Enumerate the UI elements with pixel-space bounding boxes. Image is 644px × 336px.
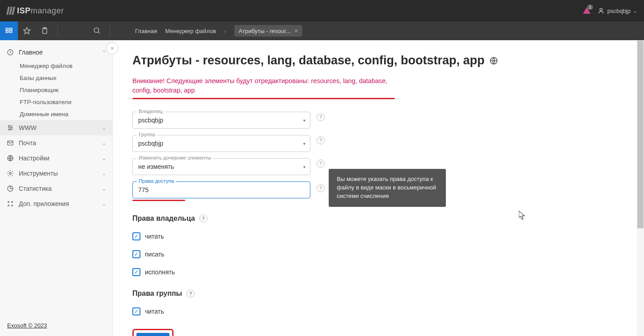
sidebar-group-tools[interactable]: Инструменты ⌄	[0, 166, 112, 181]
svg-point-23	[12, 205, 13, 206]
chevron-down-icon: ⌄	[102, 140, 106, 146]
scrollbar[interactable]	[637, 40, 644, 336]
help-icon[interactable]: ?	[317, 160, 325, 168]
menu-icon[interactable]	[0, 21, 18, 40]
star-icon[interactable]	[18, 21, 36, 40]
collapse-sidebar-button[interactable]: ×	[106, 42, 119, 55]
section-group-rights: Права группы ?	[132, 290, 624, 298]
apps-icon	[6, 200, 14, 208]
sidebar-group-apps[interactable]: Доп. приложения ⌄	[0, 196, 112, 211]
chevron-down-icon: ⌄	[102, 201, 106, 207]
checkbox-icon[interactable]: ✓	[132, 268, 140, 276]
sidebar-group-main[interactable]: Главное ⌃	[0, 45, 112, 60]
separator	[57, 25, 58, 36]
chevron-down-icon: ⌄	[102, 125, 106, 131]
topbar: ISPmanager 1 pscbqbjp ⌄	[0, 0, 644, 21]
sidebar-group-www[interactable]: WWW ⌄	[0, 120, 112, 135]
dashboard-icon	[6, 48, 14, 56]
notification-badge: 1	[587, 4, 593, 10]
chevron-down-icon: ▾	[303, 118, 305, 123]
highlight-underline	[132, 200, 185, 201]
checkbox-owner-exec[interactable]: ✓ исполнять	[132, 268, 624, 276]
breadcrumb-home[interactable]: Главная	[135, 28, 157, 34]
help-icon[interactable]: ?	[317, 136, 325, 144]
checkbox-group-read[interactable]: ✓ читать	[132, 307, 624, 315]
help-icon[interactable]: ?	[317, 113, 325, 121]
group-label: Группа	[137, 132, 157, 137]
children-label: Изменить дочерние элементы	[137, 155, 213, 160]
checkbox-owner-read[interactable]: ✓ читать	[132, 232, 624, 240]
sliders-icon	[6, 124, 14, 132]
sidebar-group-stats[interactable]: Статистика ⌄	[0, 181, 112, 196]
chart-icon	[6, 185, 14, 193]
sidebar-item-databases[interactable]: Базы данных	[0, 72, 112, 84]
clipboard-icon[interactable]	[36, 21, 54, 40]
svg-point-7	[94, 28, 99, 33]
breadcrumb: Главная Менеджер файлов › Атрибуты - res…	[135, 25, 302, 37]
user-name: pscbqbjp	[607, 8, 631, 14]
tab-current[interactable]: Атрибуты - resour... ×	[234, 25, 303, 37]
sidebar-item-domains[interactable]: Доменные имена	[0, 108, 112, 120]
globe-icon	[6, 154, 14, 162]
search-icon[interactable]	[88, 21, 106, 40]
sidebar-group-settings[interactable]: Настройки ⌄	[0, 151, 112, 166]
breadcrumb-fm[interactable]: Менеджер файлов	[165, 28, 216, 34]
chevron-down-icon: ⌄	[102, 171, 106, 176]
close-icon[interactable]: ×	[294, 27, 298, 34]
svg-point-13	[8, 126, 10, 127]
scrollbar-thumb[interactable]	[637, 41, 644, 228]
help-icon[interactable]: ?	[317, 184, 325, 192]
logo-text: ISPmanager	[17, 6, 64, 16]
svg-point-20	[8, 202, 9, 203]
owner-field[interactable]: Владелец pscbqbjp▾	[132, 112, 311, 129]
tooltip: Вы можете указать права доступа к файлу …	[329, 169, 446, 207]
user-icon	[597, 7, 605, 14]
logo-stripes-icon	[7, 7, 14, 15]
owner-label: Владелец	[137, 109, 164, 114]
chevron-down-icon: ⌄	[102, 186, 106, 192]
chevron-down-icon: ▾	[303, 164, 305, 169]
permissions-label: Права доступа	[137, 178, 176, 184]
svg-point-15	[9, 129, 10, 130]
sidebar-item-scheduler[interactable]: Планировщик	[0, 84, 112, 96]
svg-point-22	[8, 205, 9, 206]
svg-point-0	[600, 8, 602, 11]
permissions-field[interactable]: Права доступа 775	[132, 181, 311, 201]
tab-label: Атрибуты - resour...	[239, 28, 291, 34]
chevron-right-icon: ›	[224, 28, 226, 34]
svg-point-14	[11, 127, 12, 129]
warning-text: Внимание! Следующие элементы будут отред…	[132, 76, 392, 95]
checkbox-icon[interactable]: ✓	[132, 307, 140, 315]
ok-button[interactable]: Ok	[136, 333, 169, 336]
user-menu[interactable]: pscbqbjp ⌄	[597, 7, 637, 14]
chevron-down-icon: ▾	[303, 141, 305, 146]
svg-line-8	[98, 32, 100, 34]
checkbox-icon[interactable]: ✓	[132, 232, 140, 240]
group-field[interactable]: Группа pscbqbjp▾	[132, 135, 311, 152]
mail-icon	[6, 139, 14, 147]
globe-icon	[489, 56, 498, 65]
highlight-underline	[132, 98, 395, 99]
footer-link[interactable]: Exosoft © 2023	[7, 322, 47, 329]
svg-rect-4	[10, 31, 12, 33]
chevron-down-icon: ⌄	[633, 8, 637, 13]
checkbox-icon[interactable]: ✓	[132, 250, 140, 258]
chevron-up-icon: ⌃	[102, 50, 106, 55]
sidebar-item-filemanager[interactable]: Менеджер файлов	[0, 60, 112, 72]
ok-highlight: Ok	[132, 329, 174, 336]
checkbox-owner-write[interactable]: ✓ писать	[132, 250, 624, 258]
footer: Exosoft © 2023	[0, 318, 112, 336]
children-field[interactable]: Изменить дочерние элементы не изменять▾	[132, 158, 311, 175]
page-title: Атрибуты - resources, lang, database, co…	[132, 54, 624, 67]
chevron-down-icon: ⌄	[102, 155, 106, 161]
svg-point-21	[12, 202, 13, 203]
sidebar-group-mail[interactable]: Почта ⌄	[0, 135, 112, 151]
help-icon[interactable]: ?	[199, 214, 208, 223]
sidebar: × Главное ⌃ Менеджер файлов Базы данных …	[0, 40, 113, 336]
help-icon[interactable]: ?	[186, 290, 195, 298]
logo[interactable]: ISPmanager	[7, 6, 64, 16]
tabbar: Главная Менеджер файлов › Атрибуты - res…	[0, 21, 644, 40]
notifications-icon[interactable]: 1	[582, 6, 591, 15]
sidebar-item-ftp[interactable]: FTP-пользователи	[0, 96, 112, 108]
svg-point-18	[9, 172, 11, 174]
